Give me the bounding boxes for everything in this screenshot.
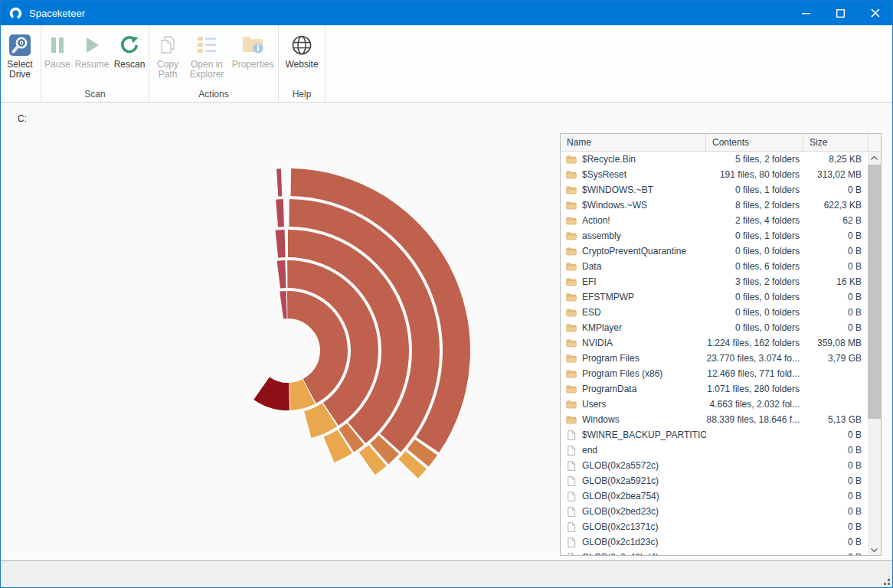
cell-size: 0 B bbox=[803, 475, 868, 486]
folder-icon bbox=[566, 415, 577, 425]
cell-contents: 0 files, 0 folders bbox=[706, 246, 803, 256]
folder-icon bbox=[566, 277, 577, 287]
table-row[interactable]: GLOB(0x2c1371c)0 B bbox=[561, 519, 868, 534]
cell-size: 0 B bbox=[803, 307, 868, 318]
table-row[interactable]: Users4.663 files, 2.032 fol... bbox=[561, 397, 868, 412]
table-row[interactable]: GLOB(0x2bed23c)0 B bbox=[561, 504, 868, 519]
cell-size: 0 B bbox=[803, 521, 868, 532]
select-drive-button[interactable]: Select Drive bbox=[3, 27, 37, 80]
folder-icon bbox=[566, 323, 577, 333]
cell-size: 0 B bbox=[803, 430, 868, 440]
cell-size: 0 B bbox=[803, 292, 868, 302]
column-header-size[interactable]: Size bbox=[803, 134, 868, 151]
table-row[interactable]: CryptoPreventQuarantine0 files, 0 folder… bbox=[561, 243, 868, 259]
website-button[interactable]: Website bbox=[282, 27, 322, 70]
table-row[interactable]: KMPlayer0 files, 0 folders0 B bbox=[561, 320, 868, 335]
file-icon bbox=[566, 537, 577, 547]
table-row[interactable]: NVIDIA1.224 files, 162 folders359,08 MB bbox=[561, 335, 868, 351]
select-drive-label: Select Drive bbox=[3, 60, 37, 80]
file-icon bbox=[566, 461, 577, 471]
refresh-icon bbox=[119, 32, 139, 58]
cell-name: $SysReset bbox=[561, 169, 706, 180]
folder-icon bbox=[566, 185, 577, 195]
cell-contents: 23.770 files, 3.074 fo... bbox=[706, 353, 803, 364]
cell-name: GLOB(0x2bea754) bbox=[561, 491, 706, 501]
rescan-button[interactable]: Rescan bbox=[112, 27, 147, 70]
cell-contents: 1.224 files, 162 folders bbox=[706, 338, 803, 348]
table-row[interactable]: $Windows.~WS8 files, 2 folders622,3 KB bbox=[561, 198, 868, 213]
cell-contents: 0 files, 0 folders bbox=[706, 307, 803, 318]
folder-icon bbox=[566, 201, 577, 211]
table-row[interactable]: Windows88.339 files, 18.646 f...5,13 GB bbox=[561, 412, 868, 427]
cell-size: 0 B bbox=[803, 506, 868, 517]
cell-size: 0 B bbox=[803, 537, 868, 547]
column-header-contents[interactable]: Contents bbox=[706, 134, 803, 151]
resume-button[interactable]: Resume bbox=[74, 27, 110, 70]
cell-size: 0 B bbox=[803, 445, 868, 456]
file-icon bbox=[566, 430, 577, 440]
cell-name: GLOB(0x2a5572c) bbox=[561, 460, 706, 471]
file-icon bbox=[566, 446, 577, 456]
sunburst-segment[interactable] bbox=[254, 377, 289, 410]
resize-grip-icon[interactable] bbox=[881, 576, 890, 585]
scroll-down-button[interactable] bbox=[868, 544, 881, 556]
sunburst-segment[interactable] bbox=[280, 291, 287, 318]
open-in-explorer-label: Open in Explorer bbox=[185, 60, 228, 80]
minimize-button[interactable] bbox=[789, 1, 823, 25]
sunburst-chart[interactable] bbox=[96, 159, 479, 542]
group-label-help: Help bbox=[279, 89, 325, 100]
table-row[interactable]: ESD0 files, 0 folders0 B bbox=[561, 305, 868, 320]
sunburst-segment[interactable] bbox=[275, 230, 285, 258]
scroll-up-button[interactable] bbox=[868, 152, 881, 165]
open-in-explorer-button[interactable]: Open in Explorer bbox=[185, 27, 228, 80]
table-row[interactable]: ProgramData1.071 files, 280 folders bbox=[561, 381, 868, 397]
sunburst-segment[interactable] bbox=[276, 168, 282, 196]
table-row[interactable]: GLOB(0x2c46bd4)0 B bbox=[561, 550, 868, 556]
table-row[interactable]: $SysReset191 files, 80 folders313,02 MB bbox=[561, 167, 868, 182]
group-label-scan: Scan bbox=[41, 89, 149, 100]
cell-name: KMPlayer bbox=[561, 322, 706, 333]
ribbon-group-scan: Pause Resume Rescan Scan bbox=[41, 25, 149, 102]
close-button[interactable] bbox=[858, 1, 892, 25]
file-icon bbox=[566, 553, 577, 557]
table-row[interactable]: Program Files23.770 files, 3.074 fo...3,… bbox=[561, 351, 868, 366]
cell-size: 0 B bbox=[803, 230, 868, 241]
table-row[interactable]: Program Files (x86)12.469 files, 771 fol… bbox=[561, 366, 868, 381]
cell-name: GLOB(0x2a5921c) bbox=[561, 475, 706, 486]
pause-icon bbox=[49, 32, 66, 58]
folder-icon bbox=[566, 155, 577, 165]
cell-size: 0 B bbox=[803, 185, 868, 195]
table-row[interactable]: $WINDOWS.~BT0 files, 1 folders0 B bbox=[561, 182, 868, 198]
properties-button[interactable]: Properties bbox=[230, 27, 276, 70]
cell-name: GLOB(0x2c46bd4) bbox=[561, 552, 706, 556]
table-row[interactable]: EFI3 files, 2 folders16 KB bbox=[561, 274, 868, 289]
table-row[interactable]: GLOB(0x2bea754)0 B bbox=[561, 488, 868, 504]
table-row[interactable]: end0 B bbox=[561, 443, 868, 458]
table-row[interactable]: Data0 files, 6 folders0 B bbox=[561, 259, 868, 274]
maximize-button[interactable] bbox=[823, 1, 858, 25]
pause-button[interactable]: Pause bbox=[43, 27, 72, 70]
scrollbar-thumb[interactable] bbox=[868, 165, 881, 419]
cell-name: Program Files (x86) bbox=[561, 368, 706, 379]
cell-name: Program Files bbox=[561, 353, 706, 364]
table-row[interactable]: assembly0 files, 1 folders0 B bbox=[561, 228, 868, 243]
copy-path-button[interactable]: Copy Path bbox=[152, 27, 184, 80]
cell-name: ProgramData bbox=[561, 384, 706, 394]
table-row[interactable]: GLOB(0x2a5572c)0 B bbox=[561, 458, 868, 473]
table-row[interactable]: GLOB(0x2c1d23c)0 B bbox=[561, 534, 868, 550]
table-row[interactable]: Action!2 files, 4 folders62 B bbox=[561, 213, 868, 228]
column-header-name[interactable]: Name bbox=[561, 134, 706, 151]
sunburst-segment[interactable] bbox=[276, 199, 284, 227]
rescan-label: Rescan bbox=[114, 60, 146, 70]
table-row[interactable]: EFSTMPWP0 files, 0 folders0 B bbox=[561, 289, 868, 305]
ribbon-group-help: Website Help bbox=[279, 25, 325, 102]
table-row[interactable]: GLOB(0x2a5921c)0 B bbox=[561, 473, 868, 488]
minimize-icon bbox=[802, 9, 810, 18]
copy-icon bbox=[158, 32, 178, 58]
table-row[interactable]: $Recycle.Bin5 files, 2 folders8,25 KB bbox=[561, 152, 868, 167]
cell-size: 5,13 GB bbox=[803, 414, 868, 425]
sunburst-segment[interactable] bbox=[277, 260, 286, 289]
table-row[interactable]: $WINRE_BACKUP_PARTITIO...0 B bbox=[561, 427, 868, 443]
cell-name: EFI bbox=[561, 276, 706, 287]
table-scrollbar[interactable] bbox=[868, 152, 881, 556]
